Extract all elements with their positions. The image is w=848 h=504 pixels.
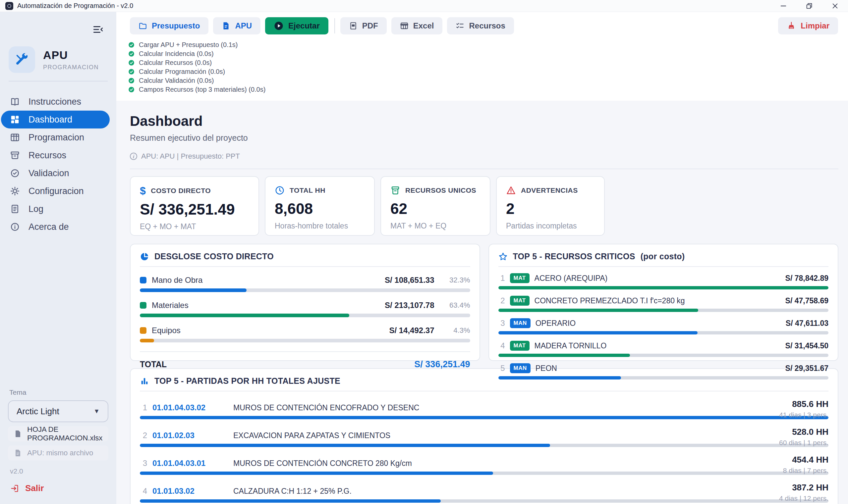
box-icon [391,185,400,195]
sidebar-item-programacion[interactable]: Programacion [0,128,116,146]
resource-type-badge: MAN [510,318,531,328]
app-icon [5,2,13,10]
tools-icon [8,47,35,73]
sidebar-item-instrucciones[interactable]: Instrucciones [0,93,116,111]
file-icon [14,430,22,438]
pie-chart-icon [140,252,149,261]
panel-title: TOP 5 - RECURSOS CRITICOS [513,252,635,261]
dollar-icon: $ [140,185,146,196]
partida-hh: 885.6 HH [779,399,828,409]
progress-bar [140,499,828,503]
ejecutar-button[interactable]: Ejecutar [265,17,328,34]
folder-icon [139,21,147,30]
sidebar-item-label: Configuracion [29,186,84,196]
kpi-value: 62 [391,200,481,218]
kpi-row: $ COSTO DIRECTO S/ 336,251.49 EQ + MO + … [130,176,838,236]
play-icon [274,21,284,31]
kpi-sub: EQ + MO + MAT [140,222,249,231]
sidebar-item-acerca-de[interactable]: Acerca de [0,218,116,236]
brand-title: APU [43,49,99,61]
kpi-recursos-unicos: RECURSOS UNICOS 62 MAT + MO + EQ [380,176,490,236]
file-chip-programacion: HOJA DE PROGRAMACION.xlsx [8,426,108,442]
chevron-down-icon: ▼ [93,408,100,415]
close-button[interactable] [830,1,840,11]
sidebar-item-label: Programacion [29,132,84,143]
legend-square [140,327,146,334]
sidebar-item-dashboard[interactable]: Dashboard [1,111,110,128]
status-item: Campos Recursos (top 3 materiales) (0.0s… [128,85,838,94]
resource-row: 1 MAT ACERO (AREQUIPA) S/ 78,842.89 [498,273,829,289]
panel-title: TOP 5 - PARTIDAS POR HH TOTALES AJUSTE [154,376,340,386]
kpi-advertencias: ADVERTENCIAS 2 Partidas incompletas [496,176,605,236]
status-log: Cargar APU + Presupuesto (0.1s) Calcular… [116,38,848,101]
bar-chart-icon [140,377,149,386]
resource-row: 3 MAN OPERARIO S/ 47,611.03 [498,318,829,335]
limpiar-button[interactable]: Limpiar [778,17,838,34]
status-item: Calcular Recursos (0.0s) [128,58,838,67]
clock-icon [275,185,285,195]
file-chip-label: APU: mismo archivo [27,449,93,457]
brand-subtitle: PROGRAMACION [43,64,99,71]
sidebar-item-validacion[interactable]: Validacion [0,164,116,182]
apu-button[interactable]: APU [213,17,260,34]
check-circle-icon [128,77,135,84]
sidebar-collapse-icon[interactable] [92,24,104,35]
partida-row: 3 01.01.04.03.01 MUROS DE CONTENCIÓN CON… [140,455,828,475]
partida-code: 01.01.02.03 [152,431,221,440]
check-circle-icon [128,86,135,93]
check-circle-icon [128,42,135,48]
toolbar-separator [334,18,335,33]
theme-value: Arctic Light [17,406,59,417]
sidebar-nav: Instrucciones Dashboard Programacion Rec… [0,93,116,236]
pdf-button[interactable]: PDF [340,17,387,34]
status-item: Calcular Validación (0.0s) [128,76,838,85]
sidebar-item-log[interactable]: Log [0,200,116,218]
resource-type-badge: MAT [510,296,530,306]
breakdown-row-mano-de-obra: Mano de Obra S/ 108,651.33 32.3% [140,275,470,292]
check-circle-icon [128,51,135,57]
breakdown-row-materiales: Materiales S/ 213,107.78 63.4% [140,301,470,317]
exit-button[interactable]: Salir [10,483,108,493]
resource-type-badge: MAT [510,341,530,351]
sidebar: APU PROGRAMACION Instrucciones Dashboard… [0,12,116,504]
window-title: Automatización de Programación - v2.0 [17,2,133,10]
restore-button[interactable] [804,1,814,11]
progress-bar [498,309,829,312]
progress-bar [140,471,828,475]
partida-meta: 4 dias | 12 pers. [779,494,828,502]
presupuesto-button[interactable]: Presupuesto [130,17,208,34]
minimize-button[interactable] [778,1,789,11]
sidebar-item-configuracion[interactable]: Configuracion [0,182,116,200]
excel-button[interactable]: Excel [391,17,443,34]
log-note-icon [10,204,20,214]
sidebar-item-label: Validacion [29,168,69,179]
file-chip-apu: APU: mismo archivo [8,445,108,461]
partida-meta: 60 dias | 1 pers. [779,439,828,447]
check-circle-icon [128,60,135,66]
exit-label: Salir [25,483,44,493]
legend-square [140,302,146,309]
progress-bar [140,339,470,342]
kpi-total-hh: TOTAL HH 8,608 Horas-hombre totales [265,176,375,236]
resource-row: 4 MAT MADERA TORNILLO S/ 31,454.50 [498,341,829,357]
sidebar-divider [8,81,108,82]
sidebar-item-recursos[interactable]: Recursos [0,146,116,164]
theme-select[interactable]: Arctic Light ▼ [8,400,108,422]
progress-bar [498,331,829,335]
partida-row: 2 01.01.02.03 EXCAVACION PARA ZAPATAS Y … [140,427,828,447]
sidebar-item-label: Dashboard [29,114,72,125]
partida-row: 4 01.01.03.02 CALZADURA C:H 1:12 + 25% P… [140,483,828,503]
kpi-value: 8,608 [275,200,365,218]
legend-square [140,277,146,284]
app-version: v2.0 [10,467,108,475]
page-meta: i APU: APU | Presupuesto: PPT [130,152,838,161]
columns-icon [10,132,20,142]
top-resources-panel: TOP 5 - RECURSOS CRITICOS (por costo) 1 … [488,244,839,361]
logout-icon [10,484,19,493]
info-icon [10,222,20,232]
resource-type-badge: MAT [510,273,530,283]
recursos-button[interactable]: Recursos [447,17,514,34]
progress-bar [498,376,829,379]
theme-label: Tema [9,389,108,396]
window-titlebar: Automatización de Programación - v2.0 [0,0,848,12]
